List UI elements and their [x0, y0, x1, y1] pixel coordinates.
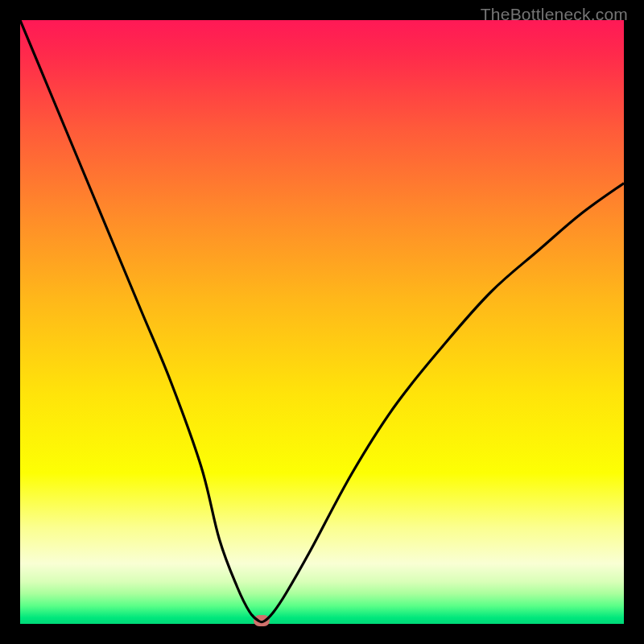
- watermark-text: TheBottleneck.com: [481, 5, 628, 24]
- bottleneck-curve-line: [20, 20, 624, 622]
- bottleneck-chart: [20, 20, 624, 624]
